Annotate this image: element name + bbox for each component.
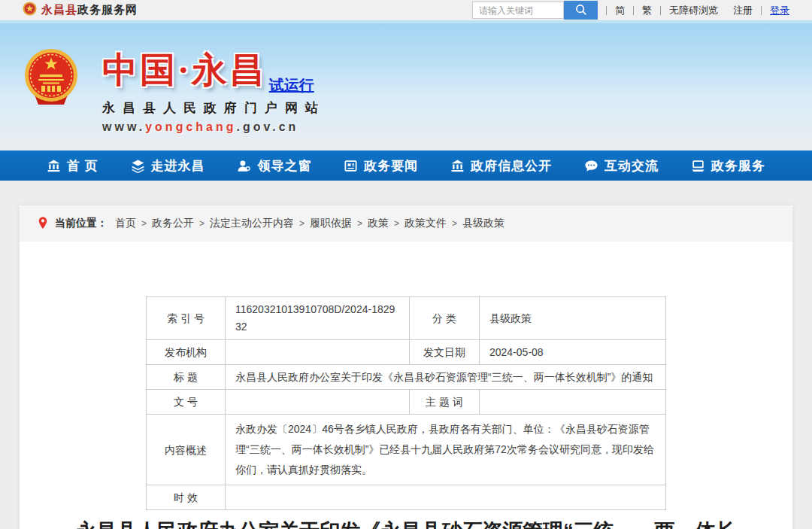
meta-label-index-number: 索 引 号 xyxy=(147,297,226,340)
layers-icon xyxy=(131,159,145,173)
breadcrumb-item-policy-files[interactable]: 政策文件 xyxy=(404,217,447,230)
nav-item-about[interactable]: 走进永昌 xyxy=(131,157,205,175)
breadcrumb-item-gov-disclosure[interactable]: 政务公开 xyxy=(152,217,194,230)
table-row-index: 索 引 号 11620321013910708D/2024-182932 分 类… xyxy=(147,297,666,340)
bank-icon xyxy=(47,159,61,173)
breadcrumb-item-policy[interactable]: 政策 xyxy=(368,217,389,230)
meta-value-issue-date: 2024-05-08 xyxy=(480,340,666,365)
nav-item-services[interactable]: 政务服务 xyxy=(691,157,765,175)
link-login[interactable]: 登录 xyxy=(770,4,789,17)
nav-label: 走进永昌 xyxy=(151,157,205,175)
brand-title: 中国·永昌 xyxy=(102,47,267,94)
portal-subtitle: 永昌县人民政府门户网站 xyxy=(102,99,326,117)
breadcrumb-separator: > xyxy=(452,218,457,229)
separator xyxy=(761,6,762,15)
table-row-summary: 内容概述 永政办发〔2024〕46号各乡镇人民政府，县政府各有关部门、单位：《永… xyxy=(147,415,666,485)
chat-icon xyxy=(584,159,598,173)
link-register[interactable]: 注册 xyxy=(733,4,753,17)
document-title: 永昌县人民政府办公室关于印发《永昌县砂石资源管理“三统一、两一体长效机制”》的通… xyxy=(75,516,737,529)
meta-value-validity xyxy=(226,485,666,510)
site-title-county: 永昌县 xyxy=(41,3,77,16)
breadcrumb-separator: > xyxy=(357,218,362,229)
topbar: 永昌县政务服务网 简 繁 无障碍浏览 注册 登录 xyxy=(0,0,812,20)
url-suffix: .gov.cn xyxy=(237,120,299,133)
site-header: 中国·永昌 试运行 永昌县人民政府门户网站 www.yongchang.gov.… xyxy=(0,23,812,150)
breadcrumb-separator: > xyxy=(199,218,205,229)
meta-value-subject-words xyxy=(480,390,666,415)
search-button[interactable] xyxy=(564,1,598,20)
meta-value-index-number: 11620321013910708D/2024-182932 xyxy=(226,297,410,340)
breadcrumb-separator: > xyxy=(394,218,399,229)
nav-label: 领导之窗 xyxy=(257,157,311,175)
site-logo: 永昌县政务服务网 xyxy=(23,2,138,19)
link-simplified-chinese[interactable]: 简 xyxy=(615,4,625,17)
person-icon xyxy=(237,159,251,173)
breadcrumb-separator: > xyxy=(299,218,304,229)
main-nav: 首 页 走进永昌 领导之窗 政务要 xyxy=(0,150,812,181)
meta-label-issue-date: 发文日期 xyxy=(410,340,480,365)
document-meta-table: 索 引 号 11620321013910708D/2024-182932 分 类… xyxy=(146,296,666,510)
content-card: 当前位置： 首页 > 政务公开 > 法定主动公开内容 > 履职依据 > 政策 >… xyxy=(20,205,792,529)
meta-label-validity: 时 效 xyxy=(147,485,226,510)
separator xyxy=(606,6,607,15)
table-row-doc-number: 文 号 主 题 词 xyxy=(147,390,666,415)
link-traditional-chinese[interactable]: 繁 xyxy=(642,4,652,17)
trial-run-link[interactable]: 试运行 xyxy=(269,75,314,96)
nav-label: 政务服务 xyxy=(711,157,765,175)
meta-value-title: 永昌县人民政府办公室关于印发《永昌县砂石资源管理“三统一、两一体长效机制”》的通… xyxy=(226,365,666,390)
nav-item-home[interactable]: 首 页 xyxy=(47,157,98,175)
site-title-rest: 政务服务网 xyxy=(77,3,138,16)
search-icon xyxy=(574,3,587,18)
separator xyxy=(660,6,661,15)
search-input[interactable] xyxy=(472,2,564,19)
nav-item-info-disclosure[interactable]: 政府信息公开 xyxy=(450,157,552,175)
nav-label: 互动交流 xyxy=(604,157,659,175)
meta-label-issuing-agency: 发布机构 xyxy=(147,340,226,365)
nav-label: 政务要闻 xyxy=(364,157,418,175)
table-row-title: 标 题 永昌县人民政府办公室关于印发《永昌县砂石资源管理“三统一、两一体长效机制… xyxy=(147,365,666,390)
table-row-validity: 时 效 xyxy=(147,485,666,510)
breadcrumb-item-county-policy: 县级政策 xyxy=(462,217,504,230)
meta-value-summary: 永政办发〔2024〕46号各乡镇人民政府，县政府各有关部门、单位：《永昌县砂石资… xyxy=(226,415,666,485)
national-emblem-icon xyxy=(23,48,80,150)
meta-label-category: 分 类 xyxy=(410,297,480,340)
link-accessibility[interactable]: 无障碍浏览 xyxy=(669,4,718,17)
nav-item-interaction[interactable]: 互动交流 xyxy=(584,157,659,175)
nav-item-news[interactable]: 政务要闻 xyxy=(344,157,418,175)
bank-icon xyxy=(450,159,465,173)
nav-label: 首 页 xyxy=(67,157,98,175)
meta-label-summary: 内容概述 xyxy=(147,415,226,485)
site-url: www.yongchang.gov.cn xyxy=(102,120,326,134)
separator xyxy=(633,6,634,15)
meta-value-category: 县级政策 xyxy=(480,297,666,340)
breadcrumb-item-statutory-content[interactable]: 法定主动公开内容 xyxy=(210,217,294,230)
nav-item-leaders[interactable]: 领导之窗 xyxy=(237,157,311,175)
breadcrumb-separator: > xyxy=(141,218,147,229)
emblem-small-icon xyxy=(23,2,37,19)
laptop-icon xyxy=(691,159,705,173)
meta-label-subject-words: 主 题 词 xyxy=(410,390,480,415)
breadcrumb-item-home[interactable]: 首页 xyxy=(115,217,136,230)
meta-value-doc-number xyxy=(226,390,410,415)
meta-value-issuing-agency xyxy=(226,340,410,365)
newspaper-icon xyxy=(344,159,358,173)
meta-label-doc-number: 文 号 xyxy=(147,390,226,415)
table-row-issuer: 发布机构 发文日期 2024-05-08 xyxy=(147,340,666,365)
url-prefix: www. xyxy=(102,120,145,133)
url-domain: yongchang xyxy=(145,120,236,133)
breadcrumb-label: 当前位置： xyxy=(55,217,108,230)
breadcrumb-item-duty-basis[interactable]: 履职依据 xyxy=(310,217,352,230)
nav-label: 政府信息公开 xyxy=(471,157,552,175)
breadcrumb: 当前位置： 首页 > 政务公开 > 法定主动公开内容 > 履职依据 > 政策 >… xyxy=(20,205,792,242)
location-pin-icon xyxy=(38,216,48,232)
meta-label-title: 标 题 xyxy=(147,365,226,390)
site-title: 永昌县政务服务网 xyxy=(41,3,138,17)
